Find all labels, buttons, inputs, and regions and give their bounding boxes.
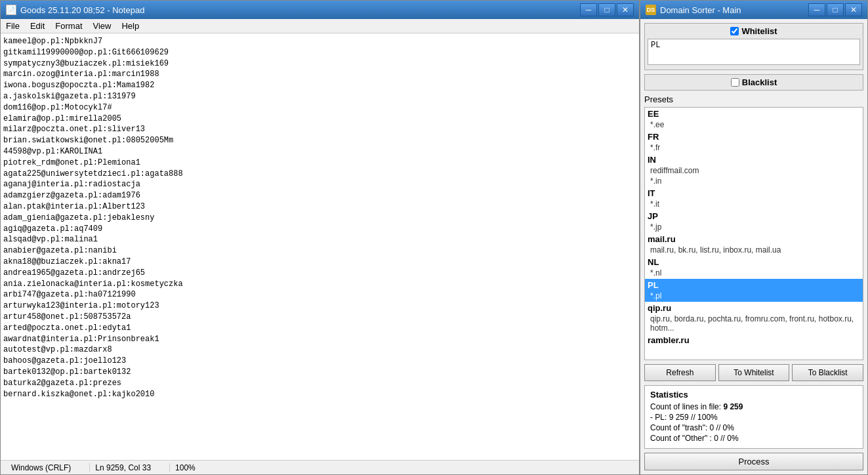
whitelist-section: Whitelist PL <box>644 23 863 70</box>
whitelist-header: Whitelist <box>648 26 860 36</box>
preset-qipru-name: qip.ru <box>645 302 863 314</box>
preset-NL[interactable]: NL *.nl <box>645 256 863 279</box>
sorter-body: Whitelist PL Blacklist Presets EE *.ee F… <box>640 19 867 474</box>
preset-PL-items: *.pl <box>645 291 863 302</box>
preset-IN-name: IN <box>645 154 863 166</box>
preset-PL[interactable]: PL *.pl <box>645 279 863 302</box>
preset-EE[interactable]: EE *.ee <box>645 108 863 131</box>
menu-format[interactable]: Format <box>50 20 87 32</box>
stat-pl-value: 9 259 // 100% <box>669 413 718 422</box>
menu-help[interactable]: Help <box>116 20 144 32</box>
notepad-close-button[interactable]: ✕ <box>617 3 634 16</box>
preset-mailru-items: mail.ru, bk.ru, list.ru, inbox.ru, mail.… <box>645 245 863 256</box>
menu-view[interactable]: View <box>88 20 117 32</box>
whitelist-checkbox-label[interactable]: Whitelist <box>730 26 777 36</box>
sorter-window-controls: ─ □ ✕ <box>808 3 862 16</box>
to-blacklist-button[interactable]: To Blacklist <box>792 364 863 381</box>
blacklist-section: Blacklist <box>644 74 863 91</box>
stat-pl-label: - PL: <box>650 413 667 422</box>
status-position: Ln 9259, Col 33 <box>89 463 156 472</box>
preset-NL-items: *.nl <box>645 268 863 279</box>
preset-IN-items2: *.in <box>645 176 863 187</box>
notepad-textarea[interactable] <box>1 33 639 460</box>
blacklist-checkbox-label[interactable]: Blacklist <box>731 77 777 87</box>
sorter-minimize-button[interactable]: ─ <box>808 3 825 16</box>
menu-edit[interactable]: Edit <box>25 20 50 32</box>
sorter-title-text: Domain Sorter - Main <box>660 5 741 15</box>
notepad-window-controls: ─ □ ✕ <box>580 3 634 16</box>
action-buttons: Refresh To Whitelist To Blacklist <box>644 364 863 381</box>
whitelist-label-text: Whitelist <box>741 26 777 36</box>
to-whitelist-button[interactable]: To Whitelist <box>718 364 790 381</box>
stat-other-value: 0 // 0% <box>714 434 738 443</box>
notepad-title-bar: 📄 Goods 25.11.20 08;52 - Notepad ─ □ ✕ <box>1 1 639 19</box>
statistics-section: Statistics Count of lines in file: 9 259… <box>644 385 863 449</box>
stat-other-label: Count of "Other" : <box>650 434 712 443</box>
stat-count-lines-value: 9 259 <box>723 402 743 411</box>
stat-other: Count of "Other" : 0 // 0% <box>650 434 858 443</box>
sorter-close-button[interactable]: ✕ <box>845 3 862 16</box>
preset-EE-items: *.ee <box>645 120 863 131</box>
preset-FR[interactable]: FR *.fr <box>645 131 863 154</box>
stat-trash-value: 0 // 0% <box>710 423 734 432</box>
stat-count-lines-label: Count of lines in file: <box>650 402 721 411</box>
stat-trash-label: Count of "trash": <box>650 423 707 432</box>
status-encoding: Windows (CRLF) <box>6 463 76 472</box>
preset-PL-name: PL <box>645 279 863 291</box>
notepad-app-icon: 📄 <box>6 5 16 15</box>
sorter-app-icon: DS <box>646 5 656 15</box>
notepad-status-bar: Windows (CRLF) Ln 9259, Col 33 100% <box>1 460 639 474</box>
preset-IN-items: rediffmail.com <box>645 166 863 176</box>
stat-trash: Count of "trash": 0 // 0% <box>650 423 858 432</box>
presets-listbox[interactable]: EE *.ee FR *.fr IN rediffmail.com *.in I… <box>644 107 863 360</box>
whitelist-textarea[interactable]: PL <box>648 39 860 65</box>
stat-pl: - PL: 9 259 // 100% <box>650 413 858 422</box>
preset-IT-name: IT <box>645 187 863 199</box>
notepad-minimize-button[interactable]: ─ <box>580 3 597 16</box>
sorter-title-left: DS Domain Sorter - Main <box>646 5 741 15</box>
notepad-maximize-button[interactable]: □ <box>598 3 615 16</box>
preset-IT[interactable]: IT *.it <box>645 187 863 210</box>
preset-mailru-name: mail.ru <box>645 233 863 245</box>
preset-EE-name: EE <box>645 108 863 120</box>
preset-IN[interactable]: IN rediffmail.com *.in <box>645 154 863 187</box>
sorter-title-bar: DS Domain Sorter - Main ─ □ ✕ <box>640 1 867 19</box>
notepad-menu-bar: File Edit Format View Help <box>1 19 639 33</box>
status-zoom: 100% <box>169 463 201 472</box>
blacklist-header: Blacklist <box>648 77 860 87</box>
preset-qipru-items: qip.ru, borda.ru, pochta.ru, fromru.com,… <box>645 314 863 334</box>
refresh-button[interactable]: Refresh <box>644 364 716 381</box>
preset-JP[interactable]: JP *.jp <box>645 210 863 233</box>
preset-ramblerru[interactable]: rambler.ru <box>645 334 863 346</box>
notepad-content-area <box>1 33 639 460</box>
domain-sorter-window: DS Domain Sorter - Main ─ □ ✕ Whitelist … <box>640 0 868 475</box>
preset-FR-items: *.fr <box>645 143 863 154</box>
blacklist-label-text: Blacklist <box>742 77 777 87</box>
preset-ramblerru-name: rambler.ru <box>645 334 863 346</box>
preset-NL-name: NL <box>645 256 863 268</box>
preset-FR-name: FR <box>645 131 863 143</box>
preset-mailru[interactable]: mail.ru mail.ru, bk.ru, list.ru, inbox.r… <box>645 233 863 256</box>
statistics-title: Statistics <box>650 390 858 400</box>
whitelist-checkbox[interactable] <box>730 27 739 35</box>
preset-qipru[interactable]: qip.ru qip.ru, borda.ru, pochta.ru, from… <box>645 302 863 334</box>
blacklist-checkbox[interactable] <box>731 78 739 87</box>
preset-IT-items: *.it <box>645 199 863 210</box>
presets-label: Presets <box>644 94 863 104</box>
stat-count-lines: Count of lines in file: 9 259 <box>650 402 858 411</box>
notepad-title-text: Goods 25.11.20 08;52 - Notepad <box>20 5 144 15</box>
preset-JP-items: *.jp <box>645 222 863 233</box>
preset-JP-name: JP <box>645 210 863 222</box>
process-button[interactable]: Process <box>644 453 863 470</box>
notepad-title-left: 📄 Goods 25.11.20 08;52 - Notepad <box>6 5 144 15</box>
notepad-window: 📄 Goods 25.11.20 08;52 - Notepad ─ □ ✕ F… <box>0 0 640 475</box>
menu-file[interactable]: File <box>1 20 25 32</box>
sorter-maximize-button[interactable]: □ <box>827 3 844 16</box>
